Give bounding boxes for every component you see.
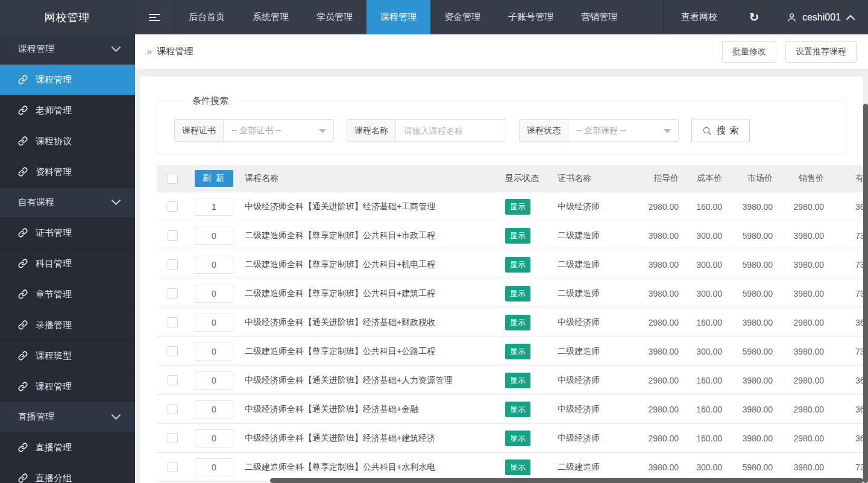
top-menu-item-label: 后台首页 xyxy=(189,11,225,23)
status-badge[interactable]: 显示 xyxy=(505,431,530,446)
row-checkbox[interactable] xyxy=(168,201,178,212)
status-badge[interactable]: 显示 xyxy=(505,459,530,475)
vertical-scrollbar-thumb[interactable] xyxy=(863,104,868,483)
select-all-checkbox[interactable] xyxy=(168,174,178,184)
sale-price: 3980.00 xyxy=(773,289,824,298)
top-menu-item[interactable]: 后台首页 xyxy=(175,0,239,34)
course-name: 中级经济师全科【通关进阶班】经济基础+财政税收 xyxy=(240,317,505,328)
sidebar-toggle-button[interactable] xyxy=(135,0,175,34)
horizontal-scrollbar[interactable] xyxy=(270,478,863,483)
row-checkbox[interactable] xyxy=(168,375,178,385)
sidebar-item[interactable]: 直播管理 xyxy=(0,402,135,432)
sidebar-item[interactable]: 课程管理 xyxy=(0,371,135,402)
vertical-scrollbar[interactable] xyxy=(863,104,868,483)
search-button[interactable]: 搜 索 xyxy=(691,119,750,142)
sort-order-input[interactable] xyxy=(195,227,233,245)
market-price: 5980.00 xyxy=(722,347,773,356)
sidebar-item[interactable]: 科目管理 xyxy=(0,248,135,279)
sidebar-item[interactable]: 录播管理 xyxy=(0,310,135,341)
sidebar-item[interactable]: 章节管理 xyxy=(0,279,135,310)
table-row: 中级经济师全科【通关进阶班】经济基础+人力资源管理 显示 中级经济师 2980.… xyxy=(157,366,863,395)
sidebar-item[interactable]: 老师管理 xyxy=(0,95,135,126)
link-icon xyxy=(18,289,28,299)
refresh-button[interactable]: ↻ xyxy=(735,0,773,34)
batch-edit-button[interactable]: 批量修改 xyxy=(722,41,776,63)
guide-price: 2980.00 xyxy=(643,434,679,443)
sort-order-input[interactable] xyxy=(195,285,233,303)
row-checkbox[interactable] xyxy=(168,346,178,356)
status-badge[interactable]: 显示 xyxy=(505,257,530,273)
row-checkbox[interactable] xyxy=(168,404,178,414)
sort-order-input[interactable] xyxy=(195,314,233,332)
cost-price: 160.00 xyxy=(679,376,722,385)
sidebar-item[interactable]: 证书管理 xyxy=(0,218,135,248)
row-checkbox[interactable] xyxy=(168,259,178,270)
cost-price: 300.00 xyxy=(679,347,722,356)
sidebar-item[interactable]: 课程管理 xyxy=(0,34,135,65)
row-checkbox[interactable] xyxy=(168,317,178,327)
username: ceshi001 xyxy=(802,12,841,23)
cost-price: 300.00 xyxy=(679,462,722,472)
status-badge[interactable]: 显示 xyxy=(505,315,530,330)
sort-order-input[interactable] xyxy=(195,256,233,274)
guide-price: 2980.00 xyxy=(643,318,679,327)
row-checkbox[interactable] xyxy=(168,288,178,298)
sidebar-item[interactable]: 直播管理 xyxy=(0,432,135,463)
guide-price: 2980.00 xyxy=(643,405,679,414)
top-menu-item-label: 系统管理 xyxy=(253,11,289,23)
sort-order-input[interactable] xyxy=(195,198,233,216)
status-badge[interactable]: 显示 xyxy=(505,199,530,215)
sort-order-input[interactable] xyxy=(195,343,233,361)
top-menu-item[interactable]: 子账号管理 xyxy=(494,0,567,34)
link-icon xyxy=(18,228,28,238)
row-checkbox[interactable] xyxy=(168,230,178,241)
validity: 36 xyxy=(824,405,863,414)
sort-order-input[interactable] xyxy=(195,458,233,476)
link-icon xyxy=(18,382,28,391)
view-school-link[interactable]: 查看网校 xyxy=(663,0,735,34)
user-menu[interactable]: ceshi001 xyxy=(773,0,868,34)
top-menu-item-label: 学员管理 xyxy=(316,11,353,23)
course-status-select[interactable]: -- 全部课程 -- xyxy=(568,120,678,141)
cert-name: 中级经济师 xyxy=(552,201,643,212)
row-checkbox[interactable] xyxy=(168,433,178,443)
sidebar-item[interactable]: 课程班型 xyxy=(0,341,135,371)
status-badge[interactable]: 显示 xyxy=(505,373,530,388)
status-badge[interactable]: 显示 xyxy=(505,344,530,359)
sort-order-input[interactable] xyxy=(195,371,233,390)
set-recommend-button[interactable]: 设置推荐课程 xyxy=(785,41,857,63)
top-menu-item[interactable]: 课程管理 xyxy=(366,0,430,34)
top-menu-item[interactable]: 学员管理 xyxy=(303,0,366,34)
table-row: 二级建造师全科【尊享定制班】公共科目+水利水电 显示 二级建造师 3980.00… xyxy=(157,453,863,482)
top-menu-item-label: 课程管理 xyxy=(380,11,417,23)
status-badge[interactable]: 显示 xyxy=(505,402,530,417)
sort-order-input[interactable] xyxy=(195,400,233,418)
course-name-input[interactable] xyxy=(396,120,506,141)
top-menu: 后台首页 系统管理 学员管理 课程管理 资金管理 子账号管理 营销管理 xyxy=(175,0,631,34)
sidebar-item[interactable]: 直播分组 xyxy=(0,463,135,483)
top-bar: 网校管理 后台首页 系统管理 学员管理 课程管理 资金管理 子账号管理 营销管理… xyxy=(0,0,868,34)
top-menu-item[interactable]: 资金管理 xyxy=(430,0,494,34)
cert-name: 二级建造师 xyxy=(552,230,643,241)
top-menu-item[interactable]: 营销管理 xyxy=(567,0,631,34)
column-header-name: 课程名称 xyxy=(240,173,505,184)
column-header-guide-price: 指导价 xyxy=(643,173,679,184)
row-checkbox[interactable] xyxy=(168,462,178,472)
course-cert-label: 课程证书 xyxy=(175,120,224,141)
sidebar-item[interactable]: 资料管理 xyxy=(0,157,135,188)
table-row: 二级建造师全科【尊享定制班】公共科目+建筑工程 显示 二级建造师 3980.00… xyxy=(157,279,863,308)
table-refresh-button[interactable]: 刷 新 xyxy=(195,170,233,187)
top-menu-item[interactable]: 系统管理 xyxy=(239,0,303,34)
guide-price: 3980.00 xyxy=(643,462,679,472)
course-cert-select[interactable]: -- 全部证书 -- xyxy=(224,120,333,141)
status-badge[interactable]: 显示 xyxy=(505,286,530,301)
status-badge[interactable]: 显示 xyxy=(505,228,530,244)
horizontal-scrollbar-thumb[interactable] xyxy=(270,478,863,483)
sidebar-item[interactable]: 自有课程 xyxy=(0,188,135,218)
app-logo: 网校管理 xyxy=(0,0,135,34)
course-name: 中级经济师全科【通关进阶班】经济基础+建筑经济 xyxy=(240,433,505,444)
sort-order-input[interactable] xyxy=(195,429,233,447)
column-header-status: 显示状态 xyxy=(505,173,552,184)
sidebar-item[interactable]: 课程管理 xyxy=(0,65,135,95)
sidebar-item[interactable]: 课程协议 xyxy=(0,126,135,157)
